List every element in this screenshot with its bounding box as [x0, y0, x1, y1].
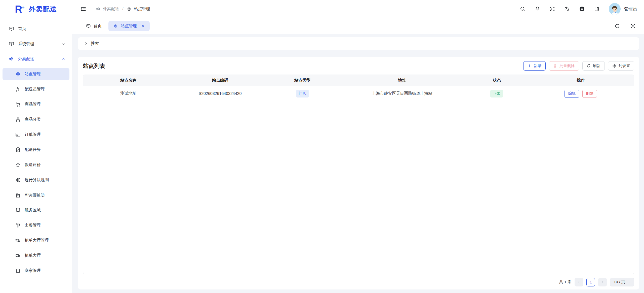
- logo-icon: R+: [15, 4, 25, 14]
- delivery-box-icon: [96, 7, 101, 12]
- sidebar-item-系统管理[interactable]: 系统管理: [3, 38, 69, 50]
- close-icon[interactable]: [141, 24, 145, 28]
- app-logo[interactable]: R+ 外卖配送: [0, 0, 72, 18]
- breadcrumb-label: 站点管理: [134, 6, 150, 12]
- sidebar-item-出餐管理[interactable]: 出餐管理: [3, 219, 69, 231]
- sidebar-item-订单管理[interactable]: 订单管理: [3, 128, 69, 141]
- chevron-down-icon: [627, 280, 631, 284]
- sidebar-item-label: 订单管理: [25, 132, 65, 137]
- sidebar-item-抢单大厅管理[interactable]: 抢单大厅管理: [3, 234, 69, 246]
- breadcrumb-label: 外卖配送: [103, 6, 119, 12]
- card-header: 站点列表 新增批量删除刷新列设置: [83, 61, 634, 71]
- 刷新-button[interactable]: 刷新: [582, 61, 605, 71]
- table-header: 站点名称站点编码站点类型地址状态操作: [83, 75, 634, 86]
- pagination-total: 共 1 条: [559, 279, 571, 285]
- search-icon[interactable]: [520, 6, 526, 12]
- sidebar-item-抢单大厅[interactable]: 抢单大厅: [3, 249, 69, 262]
- search-panel-label: 搜索: [91, 41, 99, 46]
- 编辑-row-button[interactable]: 编辑: [565, 90, 579, 98]
- sidebar-item-label: 商品管理: [25, 102, 65, 107]
- breadcrumb: 外卖配送/站点管理: [96, 6, 150, 12]
- app-root: R+ 外卖配送 首页系统管理外卖配送站点管理配送员管理商品管理商品分类订单管理配…: [0, 0, 644, 293]
- palette-icon[interactable]: [594, 6, 600, 12]
- cell-actions: 编辑删除: [528, 86, 634, 101]
- chevron-up-icon: [61, 57, 65, 61]
- breadcrumb-item-外卖配送[interactable]: 外卖配送: [96, 6, 119, 12]
- monitor-icon: [86, 24, 91, 28]
- 列设置-button[interactable]: 列设置: [608, 61, 634, 71]
- toolbar: 新增批量删除刷新列设置: [523, 61, 634, 71]
- status-tag: 正常: [490, 90, 503, 97]
- refresh-icon[interactable]: [614, 23, 620, 29]
- column-header-address: 地址: [338, 75, 466, 86]
- fullscreen-icon[interactable]: [630, 23, 636, 29]
- sidebar-item-商品分类[interactable]: 商品分类: [3, 113, 69, 125]
- area-icon: [15, 207, 21, 213]
- sidebar-item-label: 系统管理: [18, 41, 61, 47]
- topbar-actions: 管理员: [520, 3, 637, 15]
- sidebar-item-配送任务[interactable]: 配送任务: [3, 144, 69, 156]
- pagination: 共 1 条 1 10 / 页: [83, 274, 634, 286]
- sidebar-item-商家管理[interactable]: 商家管理: [3, 265, 69, 277]
- sidebar-item-首页[interactable]: 首页: [3, 23, 69, 35]
- collapse-sidebar-icon[interactable]: [80, 6, 87, 12]
- sidebar-item-外卖配送[interactable]: 外卖配送: [3, 53, 69, 65]
- sidebar: R+ 外卖配送 首页系统管理外卖配送站点管理配送员管理商品管理商品分类订单管理配…: [0, 0, 72, 293]
- sidebar-item-服务区域[interactable]: 服务区域: [3, 204, 69, 216]
- sidebar-item-站点管理[interactable]: 站点管理: [3, 68, 69, 80]
- sidebar-item-label: 外卖配送: [18, 56, 61, 62]
- app-title: 外卖配送: [29, 5, 57, 14]
- chevron-right-icon: [601, 280, 605, 284]
- next-page-button[interactable]: [598, 278, 607, 286]
- refresh-icon: [586, 64, 591, 68]
- cell-site_name: 测试地址: [83, 86, 174, 101]
- location-pin-icon: [113, 24, 118, 28]
- user-menu[interactable]: 管理员: [609, 3, 637, 15]
- breadcrumb-item-站点管理[interactable]: 站点管理: [127, 6, 150, 12]
- prev-page-button[interactable]: [575, 278, 583, 286]
- sidebar-item-遗传算法规划[interactable]: 遗传算法规划: [3, 174, 69, 186]
- sidebar-item-label: 商家管理: [25, 268, 65, 273]
- page-size-select[interactable]: 10 / 页: [610, 278, 634, 286]
- data-table: 站点名称站点编码站点类型地址状态操作 测试地址S2026032616403244…: [83, 75, 634, 274]
- courier-icon: [15, 86, 21, 92]
- button-label: 刷新: [593, 63, 601, 69]
- clipboard-check-icon: [15, 147, 21, 153]
- tab-站点管理[interactable]: 站点管理: [108, 21, 150, 31]
- monitor-icon: [9, 26, 14, 32]
- gear-icon: [612, 64, 616, 68]
- column-header-actions: 操作: [528, 75, 634, 86]
- location-pin-icon: [15, 71, 21, 77]
- hierarchy-icon: [15, 117, 21, 122]
- current-page-button[interactable]: 1: [586, 278, 595, 286]
- sidebar-item-AI调度辅助[interactable]: AI调度辅助: [3, 189, 69, 201]
- site_type-tag: 门店: [296, 90, 309, 97]
- sidebar-item-派送评价[interactable]: 派送评价: [3, 159, 69, 171]
- bell-icon[interactable]: [535, 6, 540, 12]
- sidebar-item-label: 抢单大厅管理: [25, 238, 65, 243]
- sidebar-item-商品管理[interactable]: 商品管理: [3, 98, 69, 110]
- chevron-left-icon: [577, 280, 581, 284]
- sidebar-item-label: 派送评价: [25, 162, 65, 168]
- fullscreen-icon[interactable]: [549, 6, 555, 12]
- 删除-row-button[interactable]: 删除: [582, 90, 597, 98]
- sidebar-item-label: AI调度辅助: [25, 192, 65, 198]
- chevron-right-icon: [84, 42, 88, 46]
- 新增-button[interactable]: 新增: [523, 61, 546, 71]
- language-icon[interactable]: [564, 6, 570, 12]
- avatar: [609, 3, 621, 15]
- sidebar-item-label: 配送员管理: [25, 87, 65, 92]
- header-action-icons: [520, 6, 600, 12]
- cell-status: 正常: [466, 86, 528, 101]
- search-collapse-panel[interactable]: 搜索: [78, 37, 639, 50]
- breadcrumb-separator: /: [122, 7, 123, 11]
- theme-a-icon[interactable]: [579, 6, 585, 12]
- 批量删除-button[interactable]: 批量删除: [549, 61, 579, 71]
- cell-site_code: S202603261640324420: [174, 86, 267, 101]
- sidebar-item-label: 配送任务: [25, 147, 65, 152]
- sidebar-item-配送员管理[interactable]: 配送员管理: [3, 83, 69, 95]
- table-header-row: 站点名称站点编码站点类型地址状态操作: [83, 75, 634, 86]
- tab-首页[interactable]: 首页: [81, 21, 106, 31]
- page-content: 搜索 站点列表 新增批量删除刷新列设置 站点名称站点编码站点类型地址状态操作 测…: [72, 34, 644, 293]
- cart-icon: [15, 102, 21, 107]
